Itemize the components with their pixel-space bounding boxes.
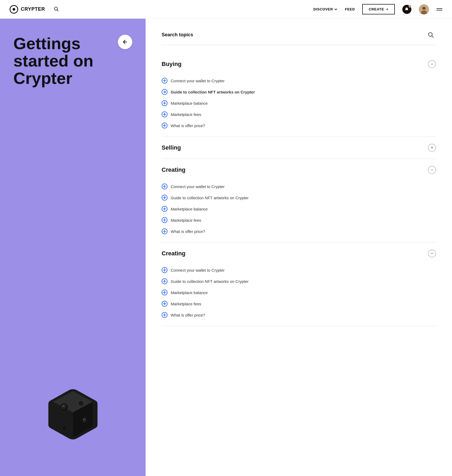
accordion-toggle-selling[interactable]: + bbox=[428, 144, 436, 152]
accordion-toggle-creating2[interactable]: − bbox=[428, 249, 436, 257]
notifications-button[interactable] bbox=[402, 5, 411, 14]
search-topics-icon[interactable] bbox=[425, 29, 436, 40]
svg-point-21 bbox=[80, 402, 82, 405]
accordion-section-creating1: Creating−Connect your wallet to CrypterG… bbox=[162, 159, 436, 243]
topic-item-text: Guide to collection NFT artworks on Cryp… bbox=[171, 90, 255, 94]
svg-point-6 bbox=[423, 8, 423, 9]
svg-point-15 bbox=[63, 406, 64, 407]
search-topics-row: Search topics bbox=[162, 29, 436, 45]
plus-circle-icon bbox=[162, 78, 167, 84]
svg-point-19 bbox=[84, 419, 85, 420]
topic-item-text: Marketplace fees bbox=[171, 302, 201, 306]
topic-item-text: Guide to collection NFT artworks on Cryp… bbox=[171, 279, 249, 284]
notification-badge bbox=[409, 5, 411, 7]
topic-item[interactable]: Marketplace balance bbox=[162, 287, 436, 298]
accordion-title-creating2: Creating bbox=[162, 250, 185, 257]
right-panel: Search topics Buying−Connect your wallet… bbox=[146, 19, 452, 476]
user-avatar[interactable] bbox=[419, 4, 429, 14]
accordion-title-buying: Buying bbox=[162, 61, 182, 68]
brand-logo[interactable]: CRYPTER bbox=[10, 5, 45, 14]
svg-line-25 bbox=[432, 36, 434, 38]
topic-item-text: Marketplace fees bbox=[171, 218, 201, 223]
plus-circle-icon bbox=[162, 184, 167, 189]
search-topics-label: Search topics bbox=[162, 32, 193, 38]
back-button[interactable] bbox=[118, 35, 132, 49]
topic-item[interactable]: Guide to collection NFT artworks on Cryp… bbox=[162, 276, 436, 287]
svg-point-7 bbox=[425, 8, 426, 9]
cube-illustration bbox=[13, 364, 132, 460]
accordion-body-creating2: Connect your wallet to CrypterGuide to c… bbox=[162, 264, 436, 326]
topic-item-text: What is offer price? bbox=[171, 313, 205, 317]
accordion-section-creating2: Creating−Connect your wallet to CrypterG… bbox=[162, 243, 436, 326]
topic-item[interactable]: What is offer price? bbox=[162, 120, 436, 131]
arrow-right-icon bbox=[162, 89, 167, 95]
accordion-body-buying: Connect your wallet to CrypterGuide to c… bbox=[162, 75, 436, 136]
plus-circle-icon bbox=[162, 206, 167, 212]
plus-circle-icon bbox=[162, 312, 167, 318]
plus-circle-icon bbox=[162, 195, 167, 201]
discover-nav-item[interactable]: DISCOVER bbox=[313, 7, 337, 11]
topic-item-text: Connect your wallet to Crypter bbox=[171, 79, 225, 83]
plus-circle-icon bbox=[162, 278, 167, 284]
plus-circle-icon bbox=[162, 100, 167, 106]
accordion-title-creating1: Creating bbox=[162, 166, 185, 173]
topic-item-text: Connect your wallet to Crypter bbox=[171, 184, 225, 189]
topic-item-text: What is offer price? bbox=[171, 123, 205, 128]
topic-item-text: Marketplace balance bbox=[171, 207, 208, 211]
topic-item[interactable]: What is offer price? bbox=[162, 309, 436, 321]
topic-item[interactable]: Connect your wallet to Crypter bbox=[162, 75, 436, 86]
accordion-header-buying[interactable]: Buying− bbox=[162, 53, 436, 75]
plus-circle-icon bbox=[162, 111, 167, 117]
brand-name: CRYPTER bbox=[21, 6, 45, 12]
main-layout: Gettings started on Crypter bbox=[0, 19, 452, 476]
plus-circle-icon bbox=[162, 301, 167, 307]
left-panel-header: Gettings started on Crypter bbox=[13, 35, 132, 87]
accordion-toggle-creating1[interactable]: − bbox=[428, 166, 436, 174]
topic-item[interactable]: Connect your wallet to Crypter bbox=[162, 181, 436, 192]
accordion-body-creating1: Connect your wallet to CrypterGuide to c… bbox=[162, 181, 436, 242]
topic-item[interactable]: Marketplace balance bbox=[162, 97, 436, 109]
topic-item-text: Guide to collection NFT artworks on Cryp… bbox=[171, 196, 249, 200]
topic-item-text: Marketplace balance bbox=[171, 101, 208, 106]
accordion-section-selling: Selling+ bbox=[162, 137, 436, 159]
topic-item-text: Marketplace fees bbox=[171, 112, 201, 117]
accordion-header-creating1[interactable]: Creating− bbox=[162, 159, 436, 181]
plus-circle-icon bbox=[162, 228, 167, 234]
logo-icon-inner bbox=[13, 8, 15, 11]
accordion-toggle-buying[interactable]: − bbox=[428, 60, 436, 68]
plus-circle-icon bbox=[162, 217, 167, 223]
topic-item[interactable]: Marketplace balance bbox=[162, 203, 436, 214]
create-button[interactable]: CREATE + bbox=[362, 4, 395, 14]
plus-circle-icon bbox=[162, 267, 167, 273]
accordion-section-buying: Buying−Connect your wallet to CrypterGui… bbox=[162, 53, 436, 137]
topic-item[interactable]: Marketplace fees bbox=[162, 109, 436, 120]
svg-line-1 bbox=[57, 10, 59, 11]
left-panel: Gettings started on Crypter bbox=[0, 19, 146, 476]
plus-circle-icon bbox=[162, 290, 167, 295]
hero-title: Gettings started on Crypter bbox=[13, 35, 99, 87]
accordion-title-selling: Selling bbox=[162, 144, 181, 151]
logo-icon bbox=[10, 5, 18, 14]
navbar: CRYPTER DISCOVER FEED CREATE + bbox=[0, 0, 452, 19]
svg-point-23 bbox=[63, 427, 65, 430]
accordion-container: Buying−Connect your wallet to CrypterGui… bbox=[162, 53, 436, 326]
topic-item[interactable]: Connect your wallet to Crypter bbox=[162, 264, 436, 276]
nav-right: DISCOVER FEED CREATE + bbox=[313, 4, 442, 14]
topic-item[interactable]: Guide to collection NFT artworks on Cryp… bbox=[162, 192, 436, 203]
topic-item[interactable]: Marketplace fees bbox=[162, 298, 436, 309]
plus-circle-icon bbox=[162, 123, 167, 128]
topic-item-text: Connect your wallet to Crypter bbox=[171, 268, 225, 272]
topic-item-text: What is offer price? bbox=[171, 229, 205, 234]
topic-item[interactable]: Guide to collection NFT artworks on Cryp… bbox=[162, 86, 436, 97]
topic-item[interactable]: What is offer price? bbox=[162, 226, 436, 237]
topic-item-text: Marketplace balance bbox=[171, 290, 208, 295]
accordion-header-selling[interactable]: Selling+ bbox=[162, 137, 436, 159]
accordion-header-creating2[interactable]: Creating− bbox=[162, 243, 436, 264]
feed-nav-item[interactable]: FEED bbox=[345, 7, 355, 11]
topic-item[interactable]: Marketplace fees bbox=[162, 214, 436, 226]
nav-search-icon[interactable] bbox=[53, 6, 59, 13]
hamburger-menu-icon[interactable] bbox=[437, 8, 442, 10]
